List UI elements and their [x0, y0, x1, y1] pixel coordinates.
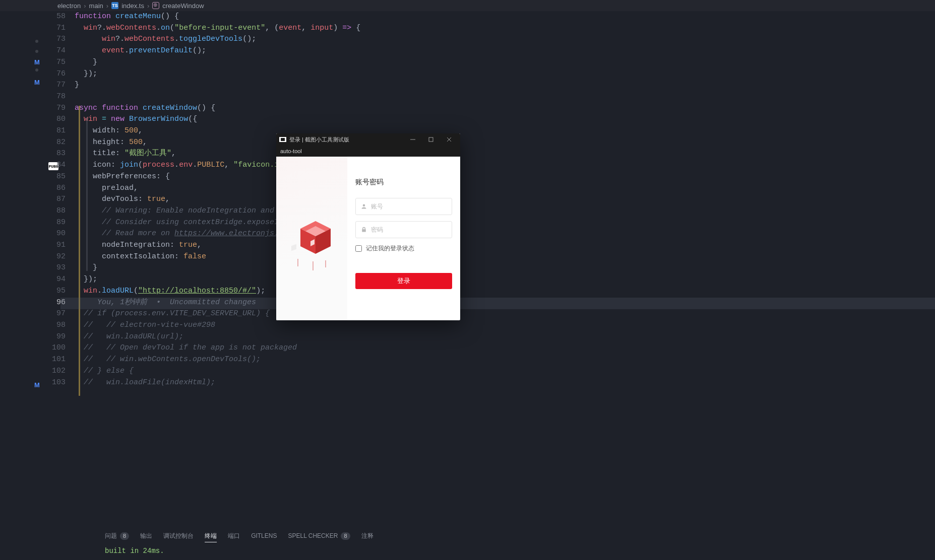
line-number: 75: [47, 57, 75, 68]
code-line[interactable]: 102 // } else {: [47, 366, 935, 377]
line-number: 94: [47, 274, 75, 286]
lock-icon: [361, 227, 367, 233]
code-line[interactable]: 90 // Read more on https://www.electronj…: [47, 228, 935, 240]
code-line[interactable]: 101 // // win.webContents.openDevTools()…: [47, 354, 935, 366]
bracket-guide: [86, 117, 88, 271]
tab-comments[interactable]: 注释: [361, 532, 373, 540]
code-line[interactable]: 77}: [47, 80, 935, 91]
code-line[interactable]: 100 // // Open devTool if the app is not…: [47, 342, 935, 354]
scm-modified-m: M: [34, 381, 40, 389]
crumb-folder[interactable]: electron: [57, 2, 81, 10]
code-line[interactable]: 84 icon: join(process.env.PUBLIC, "favic…: [47, 160, 935, 171]
electron-child-window[interactable]: 登录 | 截图小工具测试版 auto-tool: [276, 133, 460, 320]
code-line[interactable]: 74 event.preventDefault();: [47, 45, 935, 57]
line-number: 73: [47, 34, 75, 45]
code-line[interactable]: 81 width: 500,: [47, 125, 935, 137]
code-line[interactable]: 92 contextIsolation: false: [47, 251, 935, 263]
line-number: 91: [47, 240, 75, 251]
tab-ports[interactable]: 端口: [228, 532, 240, 540]
tab-output[interactable]: 输出: [140, 532, 152, 540]
code-line[interactable]: 87 devTools: true,: [47, 194, 935, 205]
terminal-output[interactable]: built in 24ms.: [104, 544, 935, 558]
code-line[interactable]: 58function createMenu() {: [47, 11, 935, 23]
chevron-right-icon: ›: [106, 2, 108, 10]
menubar[interactable]: auto-tool: [276, 146, 460, 157]
scm-modified-dot: [35, 40, 38, 43]
line-number: 81: [47, 125, 75, 137]
line-number: 76: [47, 68, 75, 80]
tab-problems[interactable]: 问题 8: [105, 532, 129, 540]
login-illustration-pane: [276, 157, 347, 320]
code-line[interactable]: 85 webPreferences: {: [47, 171, 935, 183]
code-line[interactable]: 80 win = new BrowserWindow({: [47, 114, 935, 125]
line-number: 78: [47, 91, 75, 103]
code-line[interactable]: 75 }: [47, 57, 935, 68]
svg-rect-2: [291, 244, 296, 251]
close-button[interactable]: [440, 133, 458, 146]
crumb-folder[interactable]: main: [89, 2, 103, 10]
spell-badge: 8: [341, 532, 350, 540]
code-line[interactable]: 89 // Consider using contextBridge.expos…: [47, 217, 935, 229]
maximize-button[interactable]: [422, 133, 440, 146]
tab-debug-console[interactable]: 调试控制台: [163, 532, 194, 540]
code-line[interactable]: 103 // win.loadFile(indexHtml);: [47, 377, 935, 389]
tab-spellchecker[interactable]: SPELL CHECKER 8: [288, 532, 350, 540]
tab-terminal[interactable]: 终端: [205, 532, 217, 540]
svg-rect-0: [429, 137, 433, 142]
line-number: 74: [47, 45, 75, 57]
login-heading: 账号密码: [355, 178, 452, 187]
code-line[interactable]: 97 // if (process.env.VITE_DEV_SERVER_UR…: [47, 308, 935, 320]
bracket-guide: [79, 106, 80, 396]
line-number: 90: [47, 228, 75, 240]
login-button[interactable]: 登录: [355, 273, 452, 289]
code-line[interactable]: 83 title: "截图小工具",: [47, 148, 935, 160]
username-field[interactable]: [355, 198, 452, 215]
code-line[interactable]: 91 nodeIntegration: true,: [47, 240, 935, 251]
line-number: 84: [47, 160, 75, 171]
line-number: 97: [47, 308, 75, 320]
code-line[interactable]: 79async function createWindow() {: [47, 103, 935, 114]
chevron-right-icon: ›: [147, 2, 149, 10]
crumb-symbol[interactable]: createWindow: [162, 2, 204, 10]
line-number: 100: [47, 342, 75, 354]
code-editor[interactable]: 58function createMenu() {71 win?.webCont…: [47, 11, 935, 560]
titlebar[interactable]: 登录 | 截图小工具测试版: [276, 133, 460, 146]
code-line[interactable]: 82 height: 500,: [47, 137, 935, 149]
crumb-file[interactable]: index.ts: [121, 2, 144, 10]
line-number: 93: [47, 262, 75, 274]
password-field[interactable]: [355, 221, 452, 238]
code-line[interactable]: 78: [47, 91, 935, 103]
line-number: 89: [47, 217, 75, 229]
line-number: 99: [47, 331, 75, 343]
scm-modified-m: M: [34, 79, 40, 86]
code-line[interactable]: 99 // win.loadURL(url);: [47, 331, 935, 343]
scm-gutter: MMM: [0, 11, 47, 560]
code-line[interactable]: 71 win?.webContents.on("before-input-eve…: [47, 23, 935, 34]
code-line[interactable]: 93 }: [47, 262, 935, 274]
current-line-highlight: [60, 298, 935, 309]
line-number: 86: [47, 183, 75, 194]
line-number: 95: [47, 286, 75, 297]
window-title: 登录 | 截图小工具测试版: [289, 136, 404, 144]
code-line[interactable]: 94 });: [47, 274, 935, 286]
function-icon: [152, 2, 159, 9]
tab-gitlens[interactable]: GITLENS: [251, 532, 277, 539]
scm-modified-m: M: [34, 58, 40, 66]
code-line[interactable]: 95 win.loadURL("http://localhost:8850/#/…: [47, 286, 935, 297]
password-input[interactable]: [371, 226, 447, 233]
code-line[interactable]: 73 win?.webContents.toggleDevTools();: [47, 34, 935, 45]
remember-checkbox-input[interactable]: [355, 245, 362, 252]
breadcrumb: electron › main › TS index.ts › createWi…: [0, 0, 935, 11]
line-number: 77: [47, 80, 75, 91]
code-line[interactable]: 86 preload,: [47, 183, 935, 194]
typescript-icon: TS: [111, 2, 118, 9]
minimize-button[interactable]: [404, 133, 422, 146]
code-line[interactable]: 98 // // electron-vite-vue#298: [47, 320, 935, 331]
code-line[interactable]: 76 });: [47, 68, 935, 80]
code-line[interactable]: 88 // Warning: Enable nodeIntegration an…: [47, 205, 935, 217]
line-number: 79: [47, 103, 75, 114]
line-number: 82: [47, 137, 75, 149]
remember-checkbox[interactable]: 记住我的登录状态: [355, 244, 452, 253]
username-input[interactable]: [371, 203, 447, 210]
line-number: 102: [47, 366, 75, 377]
